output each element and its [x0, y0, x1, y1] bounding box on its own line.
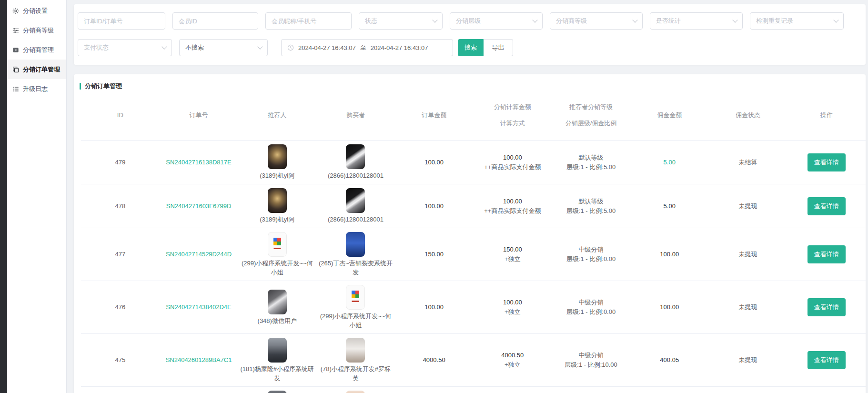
view-detail-button[interactable]: 查看详情: [807, 298, 846, 316]
export-button[interactable]: 导出: [484, 39, 513, 56]
date-range-picker[interactable]: 2024-04-27 16:43:07 至 2024-04-27 16:43:0…: [281, 39, 453, 56]
chevron-down-icon: [732, 17, 737, 22]
duplicate-check-select[interactable]: 检测重复记录: [750, 12, 844, 30]
action-cell: 查看详情: [787, 197, 866, 215]
buyer-avatar: [346, 188, 365, 213]
search-mode-value: 不搜索: [185, 43, 204, 52]
gear-icon: [12, 8, 19, 14]
referrer-name: (3189)机yi阿: [260, 171, 294, 180]
chevron-down-icon: [532, 17, 537, 22]
order-amount: 100.00: [395, 202, 474, 211]
order-number-link[interactable]: SN24042714529D244D: [166, 251, 232, 258]
member-id-input[interactable]: [172, 12, 258, 30]
distribution-level-placeholder: 分销层级: [456, 17, 481, 25]
referrer-cell: (3189)机yi阿: [238, 144, 316, 180]
order-amount: 100.00: [395, 302, 474, 312]
buyer-cell: (299)小程序系统开发~~何小姐: [316, 285, 395, 330]
sidebar-item-upgrade-log[interactable]: 升级日志: [7, 79, 66, 99]
buyer-cell: (265)丁杰~营销裂变系统开发: [316, 232, 395, 277]
chevron-down-icon: [257, 44, 262, 49]
sliders-icon: [12, 27, 19, 34]
column-header: 佣金金额: [630, 107, 709, 123]
column-header: 分销计算金额计算方式: [473, 99, 552, 131]
referrer-name: (348)微信用户: [258, 316, 297, 325]
order-number-cell: SN2404271438402D4E: [160, 302, 238, 312]
calc-cell: 150.00+独立: [473, 245, 552, 264]
member-nickname-input[interactable]: [265, 12, 352, 30]
chevron-down-icon: [632, 17, 637, 22]
sidebar-item-label: 分销设置: [23, 7, 48, 15]
order-id: 477: [81, 250, 160, 259]
referrer-cell: (3189)机yi阿: [238, 188, 316, 224]
sidebar-item-distribution-settings[interactable]: 分销设置: [7, 1, 66, 20]
table-row: 477 SN24042714529D244D (299)小程序系统开发~~何小姐…: [81, 228, 866, 281]
commission-amount: 400.05: [630, 355, 709, 365]
table-row: 476 SN2404271438402D4E (348)微信用户 (299)小程…: [81, 281, 866, 333]
chevron-down-icon: [833, 17, 838, 22]
view-detail-button[interactable]: 查看详情: [807, 153, 846, 171]
order-amount: 4000.50: [395, 355, 474, 365]
view-detail-button[interactable]: 查看详情: [807, 197, 846, 215]
sidebar: 分销设置 分销商等级 分销商管理 分销订单管理: [7, 0, 67, 393]
column-header: 推荐者分销等级分销层级/佣金比例: [552, 99, 630, 131]
calc-cell: 100.00++商品实际支付金额: [473, 197, 552, 216]
chevron-down-icon: [432, 17, 437, 22]
order-number-link[interactable]: SN2404271438402D4E: [166, 303, 231, 311]
pay-status-placeholder: 支付状态: [84, 43, 109, 52]
buyer-name: (265)丁杰~营销裂变系统开发: [318, 259, 393, 277]
commission-status: 未提现: [709, 202, 787, 211]
level-cell: 中级分销层级:1 - 比例:0.00: [552, 245, 630, 264]
level-cell: 中级分销层级:1 - 比例:10.00: [552, 351, 630, 370]
orders-icon: [12, 66, 19, 73]
filter-row-2: 支付状态 不搜索 2024-04-27 16:43:07 至 2024-04-2…: [78, 39, 859, 56]
distributor-icon: [12, 47, 19, 53]
referrer-avatar: [268, 188, 287, 213]
order-number-link[interactable]: SN24042716138D817E: [166, 159, 231, 166]
level-cell: 默认等级层级:1 - 比例:5.00: [552, 153, 630, 172]
column-header: 订单金额: [395, 107, 474, 123]
main-content: 状态 分销层级 分销商等级 是否统计 检测重复记录: [67, 0, 868, 393]
sidebar-item-label: 升级日志: [23, 85, 48, 93]
collapsed-nav-rail: [0, 0, 7, 393]
sidebar-item-distributor-grade[interactable]: 分销商等级: [7, 20, 66, 40]
buyer-avatar: [346, 144, 365, 169]
distributor-grade-select[interactable]: 分销商等级: [550, 12, 643, 30]
column-header: 佣金状态: [709, 107, 787, 123]
sidebar-item-label: 分销订单管理: [23, 65, 60, 74]
distributor-grade-placeholder: 分销商等级: [556, 17, 587, 25]
column-header: 操作: [787, 107, 866, 123]
level-cell: 默认等级层级:1 - 比例:5.00: [552, 197, 630, 216]
buyer-avatar: [346, 285, 365, 310]
buyer-name: (2866)12800128001: [328, 215, 384, 224]
filter-panel: 状态 分销层级 分销商等级 是否统计 检测重复记录: [74, 4, 866, 65]
order-id: 475: [81, 355, 160, 365]
date-separator: 至: [360, 43, 366, 52]
search-mode-select[interactable]: 不搜索: [179, 39, 268, 56]
referrer-avatar: [268, 144, 287, 169]
sidebar-item-distribution-orders[interactable]: 分销订单管理: [7, 60, 66, 79]
status-select[interactable]: 状态: [359, 12, 443, 30]
orders-table: ID订单号推荐人购买者订单金额分销计算金额计算方式推荐者分销等级分销层级/佣金比…: [81, 91, 866, 393]
search-button[interactable]: 搜索: [458, 39, 484, 56]
sidebar-item-label: 分销商等级: [23, 26, 54, 35]
view-detail-button[interactable]: 查看详情: [807, 351, 846, 369]
order-id-input[interactable]: [78, 12, 165, 30]
log-icon: [12, 86, 19, 92]
order-amount: 150.00: [395, 250, 474, 259]
commission-amount: 5.00: [630, 158, 709, 167]
duplicate-check-placeholder: 检测重复记录: [756, 17, 793, 25]
distribution-level-select[interactable]: 分销层级: [450, 12, 543, 30]
referrer-avatar: [268, 290, 287, 314]
table-row: 475 SN24042601289BA7C1 (181)杨家隆#小程序系统研发 …: [81, 333, 866, 386]
pay-status-select[interactable]: 支付状态: [78, 39, 172, 56]
is-statistic-select[interactable]: 是否统计: [650, 12, 743, 30]
calc-cell: 100.00+独立: [473, 298, 552, 317]
page-title: 分销订单管理: [80, 82, 866, 91]
buyer-avatar: [346, 391, 365, 393]
date-start-value: 2024-04-27 16:43:07: [298, 44, 356, 51]
order-number-link[interactable]: SN2404271603F6799D: [166, 202, 232, 210]
view-detail-button[interactable]: 查看详情: [807, 245, 846, 263]
order-number-link[interactable]: SN24042601289BA7C1: [166, 356, 232, 363]
sidebar-item-distributor-management[interactable]: 分销商管理: [7, 40, 66, 60]
buyer-name: (78)小程序系统开发#罗标英: [318, 364, 393, 383]
